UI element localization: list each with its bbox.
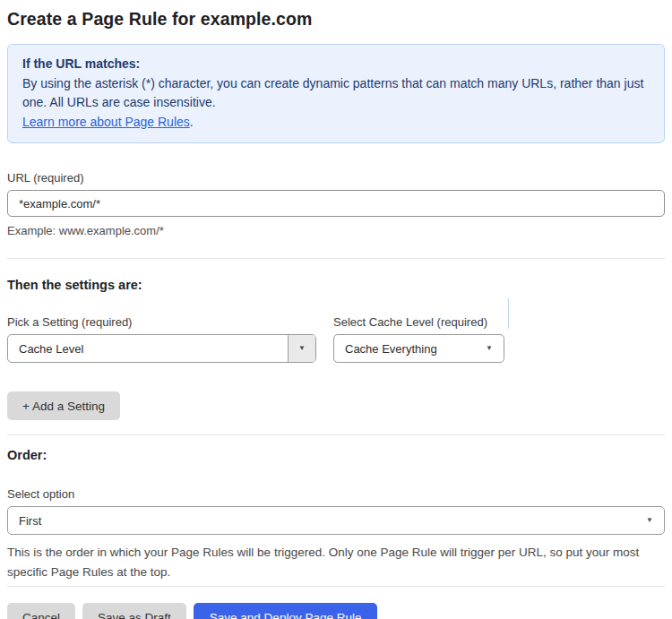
page-title: Create a Page Rule for example.com (7, 9, 665, 30)
chevron-down-icon: ▼ (298, 345, 306, 352)
vertical-divider (508, 298, 509, 329)
setting-picker-value: Cache Level (8, 342, 288, 356)
url-field-helper: Example: www.example.com/* (7, 224, 665, 237)
order-select-label: Select option (7, 487, 665, 501)
chevron-down-icon: ▼ (486, 345, 493, 352)
form-actions: Cancel Save as Draft Save and Deploy Pag… (7, 603, 665, 619)
url-match-info-box: If the URL matches: By using the asteris… (7, 44, 665, 143)
cancel-button[interactable]: Cancel (7, 603, 75, 619)
add-setting-button[interactable]: + Add a Setting (7, 391, 120, 420)
cache-level-value: Cache Everything (334, 342, 486, 356)
chevron-down-icon: ▼ (646, 517, 653, 524)
order-dropdown[interactable]: First ▼ (7, 506, 665, 535)
url-field-label: URL (required) (7, 171, 665, 185)
info-box-body: By using the asterisk (*) character, you… (22, 74, 650, 113)
info-box-heading: If the URL matches: (22, 55, 650, 74)
learn-more-link[interactable]: Learn more about Page Rules (22, 115, 190, 129)
url-input[interactable] (7, 190, 665, 217)
order-section-heading: Order: (7, 448, 665, 462)
cache-level-dropdown[interactable]: Cache Everything ▼ (333, 334, 504, 363)
info-box-link-line: Learn more about Page Rules. (22, 113, 650, 133)
settings-section-heading: Then the settings are: (7, 278, 665, 292)
dropdown-arrow-box: ▼ (288, 335, 315, 362)
create-page-rule-form: Create a Page Rule for example.com If th… (0, 0, 672, 619)
order-value: First (8, 514, 646, 528)
divider (7, 586, 665, 587)
cache-level-label: Select Cache Level (required) (333, 315, 504, 329)
save-as-draft-button[interactable]: Save as Draft (82, 603, 186, 619)
setting-picker-column: Pick a Setting (required) Cache Level ▼ (7, 292, 316, 363)
setting-picker-dropdown[interactable]: Cache Level ▼ (7, 334, 316, 363)
divider (7, 258, 665, 259)
link-period: . (190, 115, 194, 129)
settings-row: Pick a Setting (required) Cache Level ▼ … (7, 292, 665, 363)
divider (7, 434, 665, 435)
cache-level-column: Select Cache Level (required) Cache Ever… (333, 292, 504, 363)
setting-picker-label: Pick a Setting (required) (7, 315, 316, 329)
save-and-deploy-button[interactable]: Save and Deploy Page Rule (194, 603, 378, 619)
order-helper-text: This is the order in which your Page Rul… (7, 543, 665, 582)
